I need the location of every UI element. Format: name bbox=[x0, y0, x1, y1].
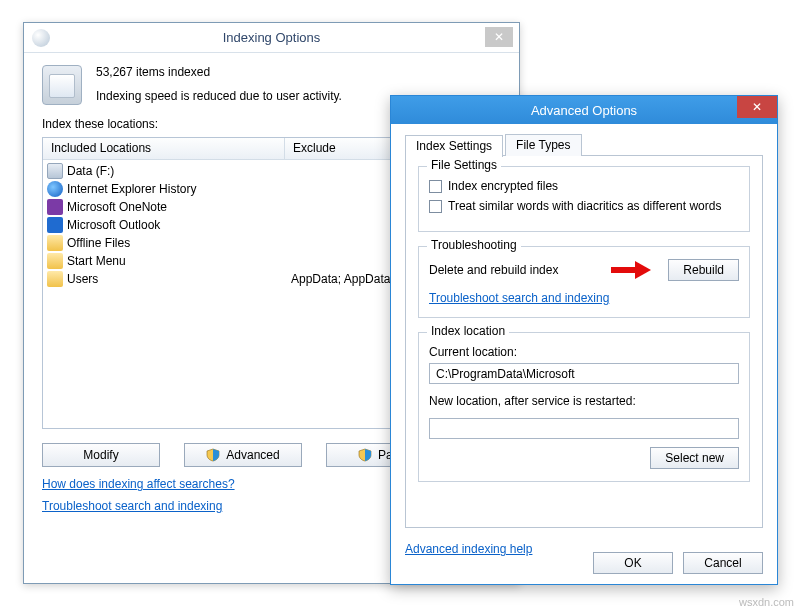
close-icon[interactable]: ✕ bbox=[737, 96, 777, 118]
tab-index-settings[interactable]: Index Settings bbox=[405, 135, 503, 157]
advanced-title: Advanced Options bbox=[531, 103, 637, 118]
drive-icon bbox=[47, 163, 63, 179]
group-index-location: Index location Current location: New loc… bbox=[418, 332, 750, 482]
advanced-titlebar: Advanced Options ✕ bbox=[391, 96, 777, 124]
group-file-settings: File Settings Index encrypted files Trea… bbox=[418, 166, 750, 232]
close-icon[interactable]: ✕ bbox=[485, 27, 513, 47]
modify-label: Modify bbox=[83, 448, 118, 462]
advanced-content: Index Settings File Types File Settings … bbox=[391, 124, 777, 566]
select-new-button[interactable]: Select new bbox=[650, 447, 739, 469]
checkbox-icon[interactable] bbox=[429, 200, 442, 213]
link-troubleshoot-adv[interactable]: Troubleshoot search and indexing bbox=[429, 291, 609, 305]
folder-icon bbox=[47, 253, 63, 269]
checkbox-icon[interactable] bbox=[429, 180, 442, 193]
row-label: Start Menu bbox=[67, 254, 126, 268]
rebuild-row: Delete and rebuild index Rebuild bbox=[429, 259, 739, 281]
advanced-label: Advanced bbox=[226, 448, 279, 462]
folder-icon bbox=[47, 271, 63, 287]
svg-marker-1 bbox=[635, 261, 651, 279]
drive-icon bbox=[42, 65, 82, 105]
row-label: Offline Files bbox=[67, 236, 130, 250]
shield-icon bbox=[358, 448, 372, 462]
legend-location: Index location bbox=[427, 324, 509, 338]
advanced-options-window: Advanced Options ✕ Index Settings File T… bbox=[390, 95, 778, 585]
row-label: Data (F:) bbox=[67, 164, 114, 178]
group-troubleshooting: Troubleshooting Delete and rebuild index… bbox=[418, 246, 750, 318]
legend-file-settings: File Settings bbox=[427, 158, 501, 172]
onenote-icon bbox=[47, 199, 63, 215]
tab-strip: Index Settings File Types bbox=[405, 134, 763, 156]
speed-note-text: Indexing speed is reduced due to user ac… bbox=[96, 89, 342, 103]
dialog-buttons: OK Cancel bbox=[593, 552, 763, 574]
modify-button[interactable]: Modify bbox=[42, 443, 160, 467]
new-location-input[interactable] bbox=[429, 418, 739, 439]
link-advanced-help[interactable]: Advanced indexing help bbox=[405, 542, 532, 556]
col-included[interactable]: Included Locations bbox=[43, 138, 285, 159]
new-location-label: New location, after service is restarted… bbox=[429, 394, 739, 408]
row-label: Microsoft Outlook bbox=[67, 218, 160, 232]
ok-button[interactable]: OK bbox=[593, 552, 673, 574]
ie-icon bbox=[47, 181, 63, 197]
cancel-button[interactable]: Cancel bbox=[683, 552, 763, 574]
indexing-title: Indexing Options bbox=[223, 30, 321, 45]
checkbox-row-encrypted[interactable]: Index encrypted files bbox=[429, 179, 739, 193]
cb-diacritics-label: Treat similar words with diacritics as d… bbox=[448, 199, 721, 213]
advanced-button[interactable]: Advanced bbox=[184, 443, 302, 467]
status-text: 53,267 items indexed Indexing speed is r… bbox=[96, 63, 342, 105]
row-label: Microsoft OneNote bbox=[67, 200, 167, 214]
row-label: Users bbox=[67, 272, 98, 286]
svg-rect-0 bbox=[611, 267, 635, 273]
outlook-icon bbox=[47, 217, 63, 233]
indexing-titlebar: Indexing Options ✕ bbox=[24, 23, 519, 53]
items-indexed-text: 53,267 items indexed bbox=[96, 65, 342, 79]
cb-encrypted-label: Index encrypted files bbox=[448, 179, 558, 193]
arrow-icon bbox=[611, 261, 651, 279]
rebuild-button[interactable]: Rebuild bbox=[668, 259, 739, 281]
magnifier-icon bbox=[32, 29, 50, 47]
checkbox-row-diacritics[interactable]: Treat similar words with diacritics as d… bbox=[429, 199, 739, 213]
legend-troubleshooting: Troubleshooting bbox=[427, 238, 521, 252]
current-location-label: Current location: bbox=[429, 345, 739, 359]
row-label: Internet Explorer History bbox=[67, 182, 196, 196]
tab-file-types[interactable]: File Types bbox=[505, 134, 581, 156]
tab-panel-index-settings: File Settings Index encrypted files Trea… bbox=[405, 156, 763, 528]
watermark-text: wsxdn.com bbox=[739, 596, 794, 608]
folder-icon bbox=[47, 235, 63, 251]
shield-icon bbox=[206, 448, 220, 462]
current-location-input[interactable] bbox=[429, 363, 739, 384]
